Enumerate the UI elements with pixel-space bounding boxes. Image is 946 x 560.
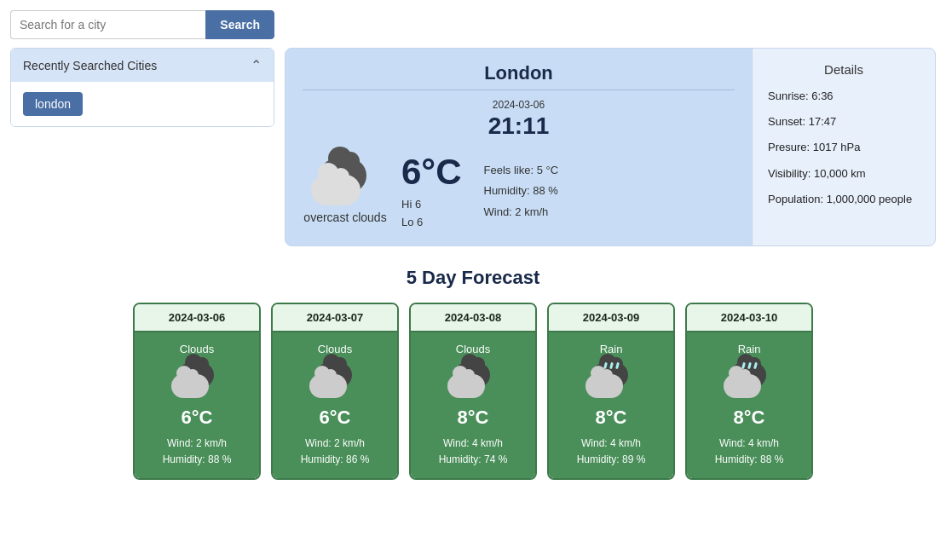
weather-time: 21:11 [303, 113, 735, 140]
city-tag-london[interactable]: london [23, 92, 83, 116]
rain-cloud-icon [724, 362, 775, 398]
forecast-temp-4: 8°C [694, 407, 805, 429]
cloud-front [311, 175, 361, 205]
forecast-body-3: Rain 8°C Wind: 4 km/hHumidity: 89 % [549, 332, 673, 478]
forecast-body-0: Clouds 6°C Wind: 2 km/hHumidity: 88 % [135, 332, 259, 478]
forecast-condition-3: Rain [556, 343, 666, 355]
forecast-card-1: 2024-03-07 Clouds 6°C Wind: 2 km/hHumidi… [271, 303, 399, 480]
detail-pressure: Presure: 1017 hPa [768, 140, 920, 155]
sidebar: Recently Searched Cities ⌃ london [10, 48, 274, 127]
weather-temperature: 6°C [401, 152, 462, 193]
forecast-date-0: 2024-03-06 [135, 304, 259, 332]
weather-main: London 2024-03-06 21:11 overcast clouds … [286, 49, 752, 245]
forecast-card-0: 2024-03-06 Clouds 6°C Wind: 2 km/hHumidi… [133, 303, 261, 480]
search-button[interactable]: Search [205, 10, 274, 39]
forecast-condition-2: Clouds [418, 343, 528, 355]
forecast-cards: 2024-03-06 Clouds 6°C Wind: 2 km/hHumidi… [10, 303, 936, 480]
forecast-card-3: 2024-03-09 Rain 8°C Wind: 4 km/hHumidity… [547, 303, 675, 480]
weather-city: London [303, 62, 735, 84]
weather-temp-info: 6°C Hi 6 Lo 6 [401, 152, 462, 232]
recently-searched-panel: Recently Searched Cities ⌃ london [10, 48, 274, 127]
recently-searched-body: london [11, 82, 274, 126]
forecast-condition-4: Rain [694, 343, 805, 355]
forecast-card-2: 2024-03-08 Clouds 8°C Wind: 4 km/hHumidi… [409, 303, 537, 480]
forecast-info-3: Wind: 4 km/hHumidity: 89 % [556, 436, 666, 468]
forecast-info-4: Wind: 4 km/hHumidity: 88 % [694, 436, 805, 468]
forecast-temp-3: 8°C [556, 407, 666, 429]
weather-humidity: Humidity: 88 % [484, 181, 559, 202]
forecast-condition-1: Clouds [280, 343, 390, 355]
forecast-temp-0: 6°C [141, 407, 252, 429]
clouds-icon [171, 362, 222, 398]
weather-divider [303, 89, 735, 90]
forecast-temp-2: 8°C [418, 407, 528, 429]
search-input[interactable] [10, 10, 205, 39]
detail-sunset: Sunset: 17:47 [768, 114, 920, 130]
chevron-up-icon: ⌃ [251, 57, 262, 73]
detail-visibility: Visibility: 10,000 km [768, 166, 920, 182]
search-bar: Search [10, 10, 274, 39]
forecast-condition-0: Clouds [141, 343, 252, 355]
weather-body: overcast clouds 6°C Hi 6 Lo 6 Feels like… [303, 152, 735, 232]
overcast-clouds-icon [311, 159, 379, 205]
forecast-date-1: 2024-03-07 [273, 304, 397, 332]
forecast-body-4: Rain 8°C Wind: 4 km/hHumidity: 88 % [687, 332, 811, 478]
clouds-icon [447, 362, 499, 398]
weather-hi: Hi 6 [401, 198, 421, 211]
forecast-date-2: 2024-03-08 [411, 304, 535, 332]
weather-lo: Lo 6 [401, 216, 423, 228]
weather-hilow: Hi 6 Lo 6 [401, 196, 462, 232]
rain-cloud-icon [585, 362, 637, 398]
weather-date: 2024-03-06 [303, 99, 735, 111]
forecast-info-2: Wind: 4 km/hHumidity: 74 % [418, 436, 528, 468]
forecast-card-4: 2024-03-10 Rain 8°C Wind: 4 km/hHumidity… [685, 303, 813, 480]
details-title: Details [768, 62, 920, 77]
forecast-title: 5 Day Forecast [10, 267, 936, 289]
weather-card: London 2024-03-06 21:11 overcast clouds … [285, 48, 936, 246]
detail-population: Population: 1,000,000 people [768, 192, 920, 207]
weather-icon-desc: overcast clouds [303, 159, 388, 224]
forecast-section: 5 Day Forecast 2024-03-06 Clouds 6°C Win… [10, 267, 936, 480]
weather-section: London 2024-03-06 21:11 overcast clouds … [285, 48, 936, 246]
forecast-info-1: Wind: 2 km/hHumidity: 86 % [280, 436, 390, 468]
forecast-body-2: Clouds 8°C Wind: 4 km/hHumidity: 74 % [411, 332, 535, 478]
recently-searched-label: Recently Searched Cities [23, 59, 157, 72]
detail-sunrise: Sunrise: 6:36 [768, 89, 920, 104]
weather-description: overcast clouds [303, 211, 386, 224]
weather-feels-like: Feels like: 5 °C [484, 160, 559, 182]
forecast-date-4: 2024-03-10 [687, 304, 811, 332]
forecast-temp-1: 6°C [280, 407, 390, 429]
weather-extra: Feels like: 5 °C Humidity: 88 % Wind: 2 … [484, 160, 559, 223]
forecast-date-3: 2024-03-09 [549, 304, 673, 332]
forecast-info-0: Wind: 2 km/hHumidity: 88 % [141, 436, 252, 468]
forecast-body-1: Clouds 6°C Wind: 2 km/hHumidity: 86 % [273, 332, 397, 478]
weather-details-panel: Details Sunrise: 6:36 Sunset: 17:47 Pres… [752, 49, 935, 245]
weather-wind: Wind: 2 km/h [484, 202, 559, 223]
clouds-icon [309, 362, 361, 398]
main-layout: Recently Searched Cities ⌃ london London… [10, 48, 936, 246]
recently-searched-header[interactable]: Recently Searched Cities ⌃ [11, 49, 274, 82]
